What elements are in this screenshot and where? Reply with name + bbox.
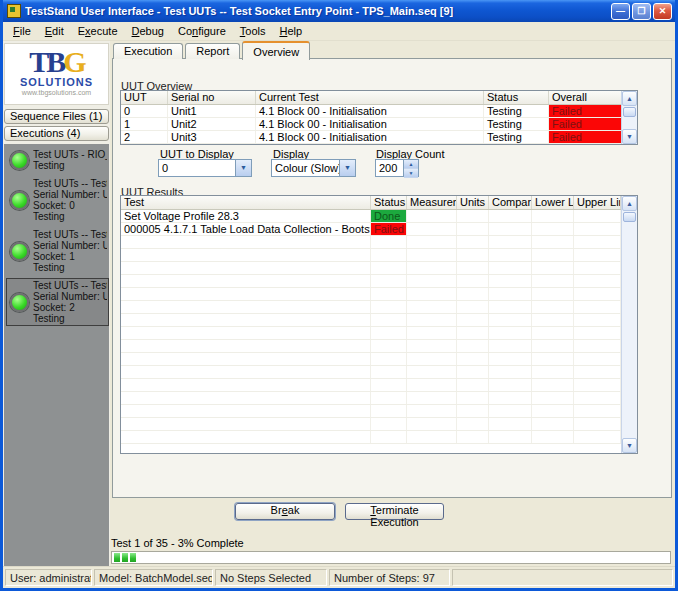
display-count-stepper[interactable]: 200 ▲ ▼ (375, 159, 419, 177)
col-status[interactable]: Status (371, 196, 407, 209)
status-bar: User: administrator Model: BatchModel.se… (3, 566, 675, 588)
menu-item-edit[interactable]: Edit (38, 23, 71, 39)
empty-table-row (121, 379, 621, 392)
status-step-count: Number of Steps: 97 (329, 569, 450, 586)
cell-current-test: 4.1 Block 00 - Initialisation (256, 131, 484, 143)
uut-overview-header: UUT Serial no Current Test Status Overal… (121, 91, 621, 105)
empty-table-row (121, 249, 621, 262)
sidebar: TBG SOLUTIONS www.tbgsolutions.com Seque… (3, 41, 110, 566)
uut-to-display-select[interactable]: 0 ▼ (158, 159, 252, 177)
execution-item-line: Testing (33, 313, 107, 324)
col-serial-no[interactable]: Serial no (168, 91, 256, 104)
cell-serial: Unit3 (168, 131, 256, 143)
sequence-files-button[interactable]: Sequence Files (1) (4, 109, 109, 124)
col-units[interactable]: Units (457, 196, 489, 209)
menu-item-configure[interactable]: Configure (171, 23, 233, 39)
table-row[interactable]: 0 Unit1 4.1 Block 00 - Initialisation Te… (121, 105, 621, 118)
tab-report[interactable]: Report (185, 43, 240, 59)
col-uut[interactable]: UUT (121, 91, 168, 104)
col-status[interactable]: Status (484, 91, 549, 104)
chevron-down-icon[interactable]: ▼ (339, 160, 355, 176)
col-upper-limit[interactable]: Upper Limit (574, 196, 621, 209)
execution-list-item[interactable]: Test UUTs -- Test...Serial Number: Un...… (6, 176, 109, 224)
cell-uut: 0 (121, 105, 168, 117)
app-window: TestStand User Interface - Test UUTs -- … (0, 0, 678, 591)
empty-table-row (121, 392, 621, 405)
progress-bar (111, 551, 671, 564)
uut-to-display-value: 0 (159, 160, 235, 176)
execution-list-item[interactable]: Test UUTs -- Test...Serial Number: Un...… (6, 227, 109, 275)
execution-item-line: Serial Number: Un... (33, 189, 107, 200)
execution-list-item[interactable]: Test UUTs - RIO_...Testing (6, 147, 109, 173)
spin-up-icon[interactable]: ▲ (404, 160, 418, 169)
title-bar[interactable]: TestStand User Interface - Test UUTs -- … (3, 0, 675, 22)
menu-item-debug[interactable]: Debug (125, 23, 171, 39)
executions-button[interactable]: Executions (4) (4, 126, 109, 141)
tab-execution[interactable]: Execution (113, 43, 183, 59)
tab-overview[interactable]: Overview (242, 41, 310, 60)
scroll-down-icon[interactable]: ▼ (622, 129, 637, 144)
execution-list-item[interactable]: Test UUTs -- Test...Serial Number: Un...… (6, 278, 109, 326)
close-icon[interactable]: ✕ (653, 3, 672, 20)
uut-results-table: Test Status Measurement Units Comparison… (120, 195, 638, 454)
empty-table-row (121, 262, 621, 275)
execution-item-line: Socket: 2 (33, 302, 107, 313)
cell-serial: Unit1 (168, 105, 256, 117)
tab-strip: Execution Report Overview (113, 41, 312, 59)
table-row[interactable]: Set Voltage Profile 28.3 Done (121, 210, 621, 223)
col-comparison[interactable]: Comparison (489, 196, 532, 209)
table-row[interactable]: 000005 4.1.7.1 Table Load Data Collectio… (121, 223, 621, 236)
menu-item-help[interactable]: Help (272, 23, 309, 39)
cell-overall-failed: Failed (549, 118, 621, 130)
scroll-down-icon[interactable]: ▼ (622, 438, 637, 453)
progress-segment (122, 553, 128, 562)
execution-item-line: Test UUTs - RIO_... (33, 149, 107, 160)
spin-down-icon[interactable]: ▼ (404, 169, 418, 178)
logo-tb: TB (29, 45, 63, 78)
col-current-test[interactable]: Current Test (256, 91, 484, 104)
execution-item-line: Serial Number: Un... (33, 291, 107, 302)
display-select[interactable]: Colour (Slow) ▼ (271, 159, 356, 177)
cell-status: Testing (484, 118, 549, 130)
cell-status: Testing (484, 131, 549, 143)
maximize-icon[interactable]: ❐ (632, 3, 651, 20)
status-badge-done: Done (371, 210, 407, 222)
minimize-icon[interactable]: — (611, 3, 630, 20)
scroll-thumb[interactable] (623, 107, 636, 117)
cell-overall-failed: Failed (549, 131, 621, 143)
executions-list: Test UUTs - RIO_...TestingTest UUTs -- T… (4, 144, 109, 566)
col-measurement[interactable]: Measurement (407, 196, 457, 209)
teststand-app-icon (7, 4, 21, 18)
menu-item-file[interactable]: File (6, 23, 38, 39)
col-lower-limit[interactable]: Lower Limit (532, 196, 574, 209)
empty-table-row (121, 366, 621, 379)
cell-overall-failed: Failed (549, 105, 621, 117)
col-overall[interactable]: Overall (549, 91, 621, 104)
col-test[interactable]: Test (121, 196, 371, 209)
table-row[interactable]: 2 Unit3 4.1 Block 00 - Initialisation Te… (121, 131, 621, 144)
logo-g: G (63, 45, 83, 78)
menu-item-execute[interactable]: Execute (71, 23, 125, 39)
cell-uut: 2 (121, 131, 168, 143)
execution-item-line: Testing (33, 262, 107, 273)
scroll-up-icon[interactable]: ▲ (622, 91, 637, 106)
scroll-up-icon[interactable]: ▲ (622, 196, 637, 211)
chevron-down-icon[interactable]: ▼ (235, 160, 251, 176)
empty-table-row (121, 236, 621, 249)
break-button[interactable]: Break (235, 503, 335, 520)
uut-results-scrollbar[interactable]: ▲ ▼ (621, 196, 637, 453)
empty-table-row (121, 314, 621, 327)
green-led-status-icon (10, 151, 29, 170)
window-title: TestStand User Interface - Test UUTs -- … (25, 5, 611, 17)
display-value: Colour (Slow) (272, 160, 339, 176)
uut-overview-scrollbar[interactable]: ▲ ▼ (621, 91, 637, 144)
empty-table-row (121, 405, 621, 418)
terminate-execution-button[interactable]: Terminate Execution (345, 503, 444, 520)
empty-table-row (121, 301, 621, 314)
execution-item-line: Testing (33, 160, 107, 171)
menu-item-tools[interactable]: Tools (233, 23, 273, 39)
scroll-thumb[interactable] (623, 212, 636, 222)
cell-serial: Unit2 (168, 118, 256, 130)
table-row[interactable]: 1 Unit2 4.1 Block 00 - Initialisation Te… (121, 118, 621, 131)
uut-results-header: Test Status Measurement Units Comparison… (121, 196, 621, 210)
